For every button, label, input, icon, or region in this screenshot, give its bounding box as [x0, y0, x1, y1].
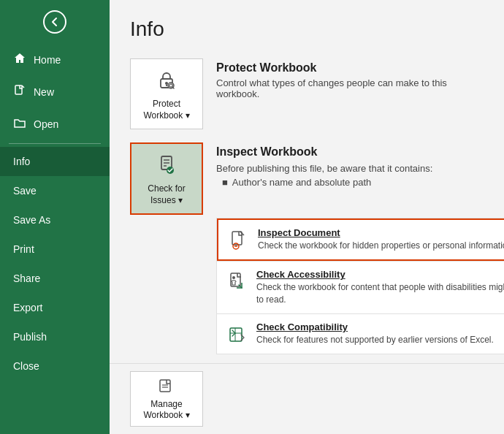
protect-workbook-button[interactable]: ProtectWorkbook ▾: [130, 58, 203, 129]
sidebar-item-export[interactable]: Export: [0, 293, 110, 322]
sidebar-label-publish: Publish: [13, 331, 47, 343]
protect-workbook-text: Protect Workbook Control what types of c…: [216, 58, 465, 99]
back-circle-icon: [43, 10, 66, 34]
new-icon: [13, 85, 26, 99]
sidebar-item-print[interactable]: Print: [0, 235, 110, 264]
sidebar-label-new: New: [34, 86, 54, 98]
sidebar-item-close[interactable]: Close: [0, 351, 110, 381]
inspect-document-item[interactable]: Inspect Document Check the workbook for …: [217, 218, 504, 261]
lock-icon: [156, 69, 177, 94]
check-accessibility-desc: Check the workbook for content that peop…: [256, 281, 504, 306]
check-issues-label: Check forIssues ▾: [148, 183, 185, 206]
inspect-workbook-text: Inspect Workbook Before publishing this …: [216, 142, 432, 188]
inspect-dropdown: Inspect Document Check the workbook for …: [216, 218, 504, 354]
svg-rect-0: [15, 85, 22, 94]
main-content: Info ProtectWorkbook ▾ Protect Workbook: [110, 0, 504, 434]
protect-workbook-description: Control what types of changes people can…: [216, 77, 465, 99]
sidebar-item-publish[interactable]: Publish: [0, 322, 110, 351]
protect-workbook-label: ProtectWorkbook ▾: [143, 99, 189, 121]
svg-point-16: [232, 276, 235, 279]
svg-rect-18: [160, 380, 170, 392]
protect-workbook-title: Protect Workbook: [216, 61, 465, 75]
page-title: Info: [130, 18, 484, 41]
svg-point-2: [165, 82, 168, 85]
sidebar-divider: [9, 143, 101, 144]
check-issues-icon: [156, 154, 177, 179]
sidebar-label-save: Save: [13, 185, 37, 197]
check-accessibility-icon: [226, 270, 249, 294]
sidebar-item-share[interactable]: Share: [0, 264, 110, 293]
sidebar: Home New Open Info Save Save As Print Sh…: [0, 0, 110, 434]
inspect-document-desc: Check the workbook for hidden properties…: [258, 240, 504, 252]
bullet-marker: ■: [222, 177, 228, 188]
sidebar-item-save-as[interactable]: Save As: [0, 205, 110, 235]
check-compatibility-title: Check Compatibility: [256, 321, 494, 332]
check-accessibility-title: Check Accessibility: [256, 269, 504, 280]
sidebar-item-save[interactable]: Save: [0, 176, 110, 205]
sidebar-label-home: Home: [34, 54, 61, 66]
manage-workbook-label: ManageWorkbook ▾: [143, 399, 189, 422]
sidebar-item-home[interactable]: Home: [0, 44, 110, 76]
sidebar-item-new[interactable]: New: [0, 76, 110, 108]
check-compatibility-icon: [226, 323, 249, 346]
inspect-document-icon: [227, 229, 251, 252]
check-compatibility-item[interactable]: Check Compatibility Check for features n…: [217, 314, 504, 354]
svg-rect-17: [230, 328, 242, 341]
check-accessibility-item[interactable]: Check Accessibility Check the workbook f…: [217, 262, 504, 313]
sidebar-label-close: Close: [13, 360, 39, 372]
sidebar-label-save-as: Save As: [13, 214, 50, 226]
sidebar-label-share: Share: [13, 273, 40, 284]
inspect-workbook-section: Check forIssues ▾ Inspect Workbook Befor…: [130, 142, 484, 215]
check-accessibility-text: Check Accessibility Check the workbook f…: [256, 269, 504, 306]
inspect-workbook-description: Before publishing this file, be aware th…: [216, 163, 432, 174]
inspect-bullet-text: Author's name and absolute path: [232, 177, 371, 188]
sidebar-label-open: Open: [34, 118, 58, 130]
sidebar-label-export: Export: [13, 302, 42, 313]
protect-workbook-section: ProtectWorkbook ▾ Protect Workbook Contr…: [130, 58, 484, 129]
svg-rect-12: [232, 232, 242, 245]
sidebar-label-print: Print: [13, 243, 34, 255]
sidebar-item-info[interactable]: Info: [0, 147, 110, 176]
manage-workbook-icon: [159, 378, 175, 396]
inspect-bullet-item: ■ Author's name and absolute path: [222, 177, 432, 188]
home-icon: [13, 53, 26, 67]
check-compatibility-desc: Check for features not supported by earl…: [256, 334, 494, 346]
manage-section: ManageWorkbook ▾: [110, 363, 504, 434]
check-compatibility-text: Check Compatibility Check for features n…: [256, 321, 494, 346]
sidebar-item-open[interactable]: Open: [0, 108, 110, 140]
sidebar-label-info: Info: [13, 156, 30, 167]
open-icon: [13, 117, 26, 132]
inspect-workbook-title: Inspect Workbook: [216, 145, 432, 159]
manage-workbook-button[interactable]: ManageWorkbook ▾: [130, 371, 203, 427]
inspect-document-text: Inspect Document Check the workbook for …: [258, 227, 504, 252]
back-button[interactable]: [0, 0, 110, 44]
inspect-document-title: Inspect Document: [258, 227, 504, 238]
check-issues-button[interactable]: Check forIssues ▾: [130, 142, 203, 215]
